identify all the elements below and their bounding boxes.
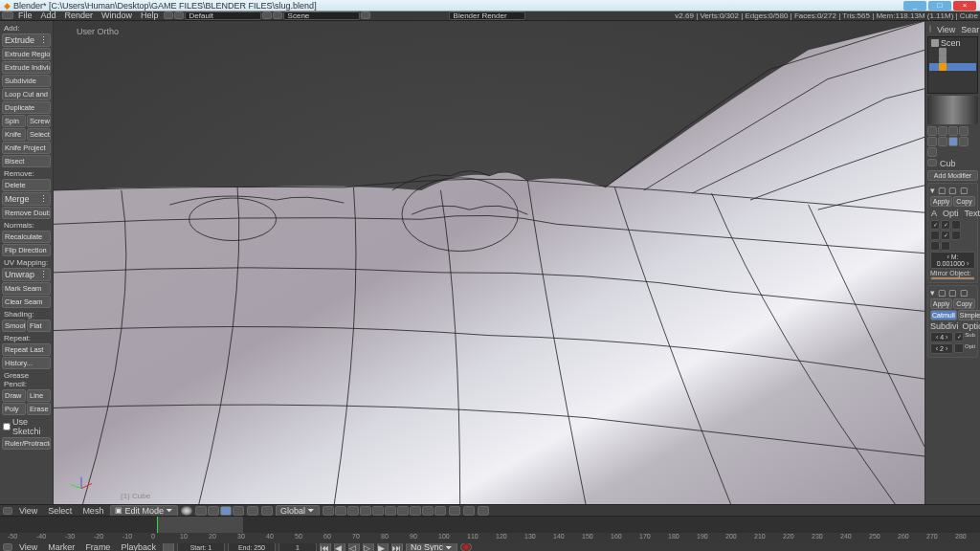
mirror-copy-button[interactable]: Copy	[953, 196, 975, 207]
extrude-button[interactable]: Extrude ⋮	[2, 33, 51, 47]
mode-selector[interactable]: ▣ Edit Mode ⏷	[110, 505, 178, 517]
menu-help[interactable]: Help	[137, 11, 163, 20]
menu-render[interactable]: Render	[61, 11, 98, 20]
gp-line-button[interactable]: Line	[27, 389, 51, 402]
vgroup-check[interactable]	[941, 241, 950, 251]
flip-direction-button[interactable]: Flip Direction	[2, 244, 51, 256]
tab-scene[interactable]	[948, 126, 958, 136]
view3d-select-menu[interactable]: Select	[44, 506, 76, 516]
menu-window[interactable]: Window	[98, 11, 136, 20]
optimal-check[interactable]	[954, 343, 964, 353]
add-modifier-button[interactable]: Add Modifier	[927, 170, 978, 181]
duplicate-button[interactable]: Duplicate	[2, 101, 51, 114]
extrude-individual-button[interactable]: Extrude Individu	[2, 61, 51, 74]
occlude-icon[interactable]	[233, 506, 244, 516]
render-preview-icon[interactable]	[478, 506, 489, 516]
prev-key-icon[interactable]: ◀	[334, 542, 345, 551]
mirror-apply-button[interactable]: Apply	[930, 196, 952, 207]
knife-select-button[interactable]: Select	[27, 128, 51, 141]
remove-doubles-button[interactable]: Remove Double	[2, 207, 51, 219]
tab-material[interactable]	[927, 147, 937, 157]
snap-icon[interactable]	[449, 506, 460, 516]
ffwd-icon[interactable]: ⏭	[391, 542, 403, 551]
autokey-record-icon[interactable]	[460, 542, 472, 551]
view3d-editor-icon[interactable]	[3, 507, 12, 515]
outliner-view-menu[interactable]: View	[937, 25, 955, 34]
tab-constraint[interactable]	[938, 137, 947, 146]
outliner-search-menu[interactable]: Sear	[961, 25, 979, 34]
scene-name[interactable]: Scene	[283, 11, 360, 20]
knife-button[interactable]: Knife	[2, 128, 26, 141]
tab-data[interactable]	[959, 137, 969, 146]
face-select-icon[interactable]	[220, 506, 232, 516]
smooth-button[interactable]: Smoot	[2, 320, 26, 332]
edge-select-icon[interactable]	[208, 506, 219, 516]
subdivide-button[interactable]: Subdivide	[2, 75, 51, 87]
outliner-editor-icon[interactable]	[929, 25, 931, 33]
view3d-view-menu[interactable]: View	[15, 506, 41, 516]
ruler-button[interactable]: Ruler/Protractor	[2, 437, 51, 450]
delete-button[interactable]: Delete	[2, 179, 51, 191]
repeat-last-button[interactable]: Repeat Last	[2, 343, 51, 356]
view-subdivisions-field[interactable]: ‹ 4 ›	[930, 332, 953, 342]
close-button[interactable]: ×	[953, 1, 976, 11]
timeline-editor-icon[interactable]	[3, 543, 12, 551]
recalculate-button[interactable]: Recalculate	[2, 231, 51, 243]
tab-renderlayer[interactable]	[938, 126, 947, 136]
clip-check[interactable]	[941, 231, 950, 240]
timeline-frame-menu[interactable]: Frame	[81, 542, 114, 551]
timeline-playback-menu[interactable]: Playback	[117, 542, 160, 551]
subsurf-copy-button[interactable]: Copy	[953, 298, 975, 309]
outliner-scene-item[interactable]: Scen	[929, 38, 976, 48]
autokey-icon[interactable]	[163, 542, 174, 551]
play-rev-icon[interactable]: ◁	[348, 542, 360, 551]
subsurf-apply-button[interactable]: Apply	[930, 298, 952, 309]
mirror-header-icons[interactable]: ▾ ▢ ▢ ▢	[930, 186, 969, 195]
shading-solid-icon[interactable]	[181, 506, 192, 516]
timeline-cursor[interactable]	[157, 517, 158, 533]
sub-uv-check[interactable]	[954, 332, 964, 342]
render-subdivisions-field[interactable]: ‹ 2 ›	[930, 343, 953, 354]
scene-browse[interactable]	[273, 11, 282, 19]
3d-viewport[interactable]: User Ortho	[54, 21, 924, 505]
textu-check[interactable]	[951, 220, 961, 230]
timeline-marker-menu[interactable]: Marker	[44, 542, 78, 551]
tab-modifier[interactable]	[948, 137, 958, 146]
gp-erase-button[interactable]: Erase	[27, 403, 51, 415]
clear-seam-button[interactable]: Clear Seam	[2, 296, 51, 308]
vertex-select-icon[interactable]	[195, 506, 207, 516]
play-icon[interactable]: ▷	[363, 542, 374, 551]
tab-render[interactable]	[927, 126, 937, 136]
orientation-selector[interactable]: Global ⏷	[276, 505, 320, 517]
spin-button[interactable]: Spin	[2, 115, 26, 127]
axis-y-check[interactable]	[930, 231, 940, 240]
maximize-button[interactable]: □	[928, 1, 951, 11]
screw-button[interactable]: Screw	[27, 115, 51, 127]
tab-world[interactable]	[959, 126, 969, 136]
gp-draw-button[interactable]: Draw	[2, 389, 26, 402]
editor-type-icon[interactable]	[2, 11, 13, 19]
merge-button[interactable]: Merge ⋮	[2, 192, 51, 206]
merge-limit-field[interactable]: ‹ M: 0.001000 ›	[930, 252, 975, 269]
catmull-button[interactable]: Catmull	[930, 310, 957, 320]
axis-z-check[interactable]	[930, 241, 940, 251]
subsurf-header-icons[interactable]: ▾ ▢ ▢ ▢	[930, 288, 969, 298]
pivot-icon[interactable]	[247, 506, 258, 516]
menu-add[interactable]: Add	[37, 11, 60, 20]
outliner-cube-item[interactable]	[929, 63, 976, 71]
flat-button[interactable]: Flat	[27, 320, 51, 332]
bisect-button[interactable]: Bisect	[2, 155, 51, 167]
minimize-button[interactable]: _	[903, 1, 926, 11]
knife-project-button[interactable]: Knife Project	[2, 142, 51, 154]
layer-buttons[interactable]	[323, 506, 446, 516]
use-sketching-checkbox[interactable]: Use Sketchi	[2, 416, 51, 437]
menu-file[interactable]: File	[14, 11, 36, 20]
layout-selector[interactable]: Default	[185, 11, 261, 20]
snap-type-icon[interactable]	[463, 506, 475, 516]
outliner[interactable]: Scen	[927, 36, 978, 94]
fwd-button[interactable]	[174, 11, 184, 19]
outliner-render-item[interactable]	[929, 48, 976, 55]
timeline-view-menu[interactable]: View	[15, 542, 41, 551]
mark-seam-button[interactable]: Mark Seam	[2, 282, 51, 295]
merge-check[interactable]	[941, 220, 950, 230]
